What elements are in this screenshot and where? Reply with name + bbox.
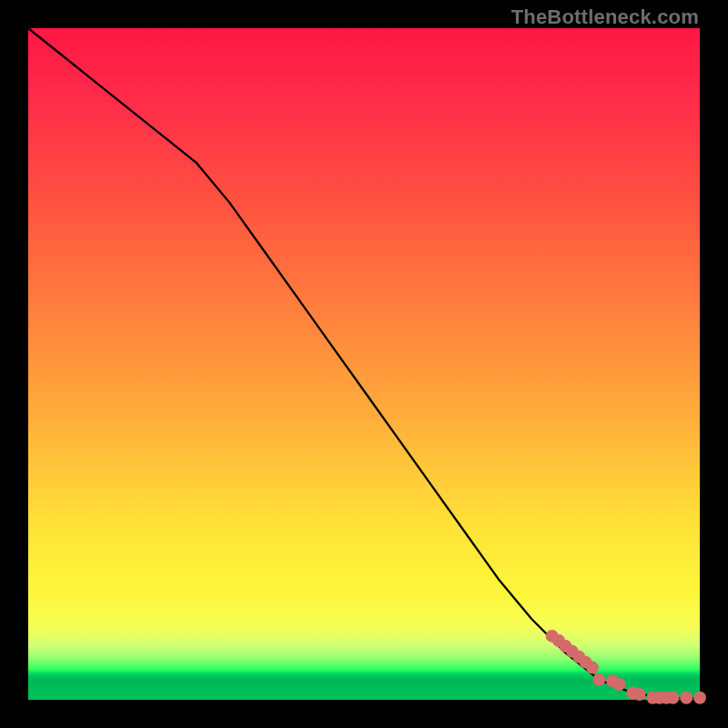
attribution-text: TheBottleneck.com bbox=[511, 5, 699, 29]
highlight-points-group bbox=[546, 630, 706, 704]
highlight-point bbox=[612, 678, 625, 691]
highlight-point bbox=[633, 688, 646, 701]
highlight-point bbox=[680, 692, 693, 704]
chart-overlay bbox=[28, 28, 700, 700]
curve-line bbox=[28, 28, 700, 699]
highlight-point bbox=[586, 662, 599, 674]
chart-container: TheBottleneck.com bbox=[0, 0, 728, 728]
highlight-point bbox=[666, 692, 679, 704]
highlight-point bbox=[592, 673, 605, 686]
highlight-point bbox=[693, 692, 706, 704]
